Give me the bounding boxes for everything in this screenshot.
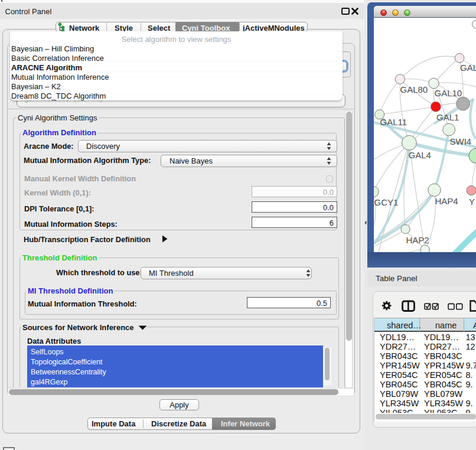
svg-text:SWI4: SWI4 [450, 136, 472, 146]
svg-text:HAP4: HAP4 [435, 196, 458, 206]
svg-text:GAL4: GAL4 [409, 150, 431, 160]
svg-text:GAL2: GAL2 [460, 63, 476, 73]
svg-text:HAP2: HAP2 [406, 235, 429, 245]
svg-text:GAL11: GAL11 [380, 117, 407, 127]
svg-text:GAL1: GAL1 [436, 112, 459, 122]
svg-text:GAL80: GAL80 [400, 84, 428, 94]
svg-text:GAL10: GAL10 [435, 88, 462, 98]
svg-text:Y: Y [469, 197, 475, 207]
svg-text:GCY1: GCY1 [374, 197, 399, 207]
